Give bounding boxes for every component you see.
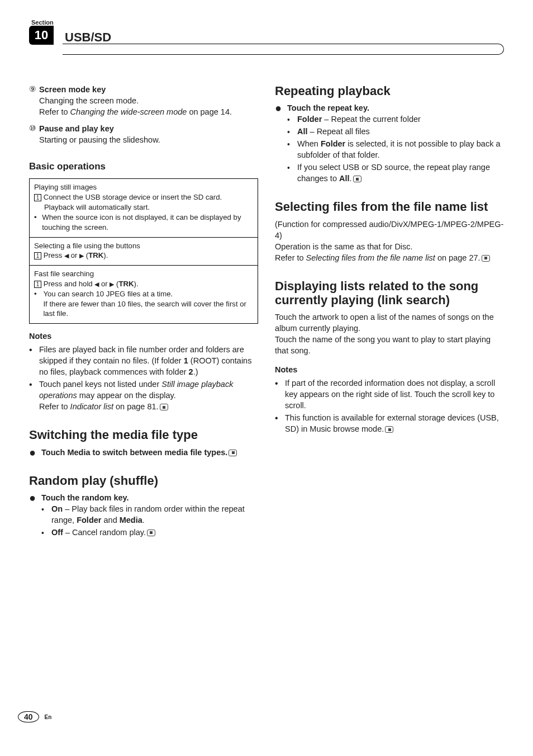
page-lang: En xyxy=(45,714,52,720)
header-rule xyxy=(63,44,504,55)
step1-icon: 1 xyxy=(34,194,41,201)
left-column: ⑨ Screen mode key Changing the screen mo… xyxy=(29,84,258,539)
rep-note2: •If you select USB or SD source, the rep… xyxy=(287,162,504,184)
i10-l1: Starting or pausing the slideshow. xyxy=(39,134,258,145)
h-repeating: Repeating playback xyxy=(275,84,504,98)
page-number: 40 xyxy=(18,711,39,722)
box1-l2: Playback will automatically start. xyxy=(34,202,253,212)
h-basic-ops: Basic operations xyxy=(29,160,258,173)
rep-note1: •When Folder is selected, it is not poss… xyxy=(287,138,504,160)
h-selecting: Selecting files from the file name list xyxy=(275,200,504,214)
basic-box: Playing still images 1 Connect the USB s… xyxy=(29,178,258,324)
disp-2: Touch the name of the song you want to p… xyxy=(275,334,504,356)
box3-title: Fast file searching xyxy=(34,269,253,279)
box3-bul: •You can search 10 JPEG files at a time.… xyxy=(34,289,253,319)
circled-10-icon: ⑩ xyxy=(29,123,39,145)
page-footer: 40 En xyxy=(18,711,51,722)
note-l2: •Touch panel keys not listed under Still… xyxy=(29,379,258,412)
columns: ⑨ Screen mode key Changing the screen mo… xyxy=(29,84,504,539)
random-on: •On – Play back files in random order wi… xyxy=(41,503,258,526)
disp-1: Touch the artwork to open a list of the … xyxy=(275,311,504,334)
switch-lead: ●Touch Media to switch between media fil… xyxy=(29,447,258,458)
h-random: Random play (shuffle) xyxy=(29,474,258,488)
box-still: Playing still images 1 Connect the USB s… xyxy=(30,179,258,237)
rep-all: •All – Repeat all files xyxy=(287,126,504,137)
sel-1: (Function for compressed audio/DivX/MPEG… xyxy=(275,219,504,241)
random-lead: ●Touch the random key. xyxy=(29,492,258,503)
end-mark-icon xyxy=(482,255,490,262)
page-root: Section 10 USB/SD ⑨ Screen mode key Chan… xyxy=(0,0,533,556)
rep-folder: •Folder – Repeat the current folder xyxy=(287,114,504,125)
box1-bul: •When the source icon is not displayed, … xyxy=(34,212,253,233)
notes-heading-l: Notes xyxy=(29,330,258,342)
box2-title: Selecting a file using the buttons xyxy=(34,241,253,251)
notes-heading-r: Notes xyxy=(275,364,504,375)
sel-3: Refer to Selecting files from the file n… xyxy=(275,252,504,263)
random-list: •On – Play back files in random order wi… xyxy=(41,503,258,538)
section-header: Section 10 USB/SD xyxy=(29,20,504,45)
box3-step: 1 Press and hold ◀ or ▶ (TRK). xyxy=(34,279,253,289)
section-title: USB/SD xyxy=(65,30,111,46)
h-displaying: Displaying lists related to the song cur… xyxy=(275,279,504,308)
i9-l1: Changing the screen mode. xyxy=(39,95,258,106)
note-l1: •Files are played back in file number or… xyxy=(29,344,258,377)
step1c-icon: 1 xyxy=(34,281,41,288)
item-10: ⑩ Pause and play key Starting or pausing… xyxy=(29,123,258,145)
box-fast: Fast file searching 1 Press and hold ◀ o… xyxy=(30,266,258,323)
notes-list-l: •Files are played back in file number or… xyxy=(29,344,258,412)
end-mark-icon xyxy=(385,426,393,433)
section-num-badge: 10 xyxy=(29,26,54,45)
right-column: Repeating playback ●Touch the repeat key… xyxy=(275,84,504,539)
i10-title: Pause and play key xyxy=(39,123,258,134)
repeat-lead: ●Touch the repeat key. xyxy=(275,102,504,114)
box1-title: Playing still images xyxy=(34,182,253,192)
end-mark-icon xyxy=(229,450,237,456)
box2-step: 1 Press ◀ or ▶ (TRK). xyxy=(34,251,253,261)
repeat-list: •Folder – Repeat the current folder •All… xyxy=(287,114,504,184)
circled-9-icon: ⑨ xyxy=(29,84,39,117)
note-r2: •This function is available for external… xyxy=(275,412,504,434)
section-label: Section xyxy=(31,19,54,26)
end-mark-icon xyxy=(353,176,361,182)
end-mark-icon xyxy=(160,404,168,410)
end-mark-icon xyxy=(147,530,155,536)
h-switching: Switching the media file type xyxy=(29,428,258,442)
step1b-icon: 1 xyxy=(34,252,41,259)
section-title-holder: USB/SD xyxy=(65,30,111,45)
random-off: •Off – Cancel random play. xyxy=(41,527,258,538)
note-r1: •If part of the recorded information doe… xyxy=(275,377,504,411)
section-number: 10 xyxy=(35,28,48,42)
i9-l2: Refer to Changing the wide-screen mode o… xyxy=(39,106,258,117)
notes-list-r: •If part of the recorded information doe… xyxy=(275,377,504,434)
item-9: ⑨ Screen mode key Changing the screen mo… xyxy=(29,84,258,117)
sel-2: Operation is the same as that for Disc. xyxy=(275,241,504,252)
i9-title: Screen mode key xyxy=(39,84,258,95)
box-select: Selecting a file using the buttons 1 Pre… xyxy=(30,238,258,266)
box1-step: 1 Connect the USB storage device or inse… xyxy=(34,192,253,202)
